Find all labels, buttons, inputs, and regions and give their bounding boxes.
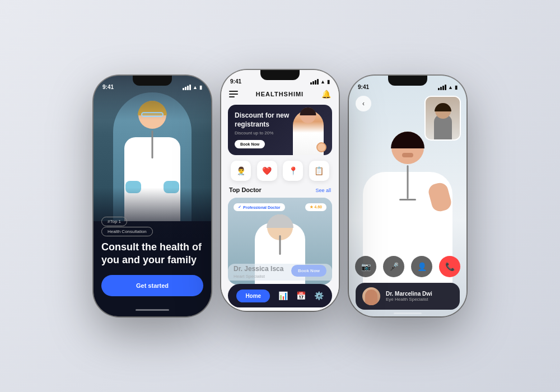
second-card-hint — [228, 264, 332, 281]
back-button[interactable]: ‹ — [356, 96, 371, 111]
professional-badge: ✓ Professional Doctor — [234, 203, 285, 211]
status-time-left: 9:41 — [102, 84, 114, 90]
doctor-info-text: Dr. Marcelina Dwi Eye Health Specialist — [386, 291, 453, 302]
bar4c — [317, 79, 319, 85]
left-title: Consult the health of you and your famil… — [101, 241, 203, 266]
notch-left — [133, 76, 172, 86]
phone-right: 9:41 ▲ ▮ — [349, 76, 466, 316]
bar1 — [183, 88, 184, 90]
status-icons-right: ▲ ▮ — [438, 85, 458, 90]
mute-btn[interactable]: 🎤 — [383, 256, 404, 277]
signal-right — [438, 85, 446, 90]
badge-top1: #Top 1 — [101, 217, 127, 226]
doctor-call-specialty: Eye Health Specialist — [386, 297, 453, 302]
promo-figure — [288, 105, 328, 155]
promo-banner: Discount for new registrants Discount up… — [228, 105, 332, 155]
see-all-link[interactable]: See all — [315, 188, 331, 193]
book-now-promo-btn[interactable]: Book Now — [235, 140, 265, 148]
doctor-call-name: Dr. Marcelina Dwi — [386, 291, 453, 297]
center-header: HEALTHSHIMI 🔔 — [221, 86, 339, 102]
call-controls: 📷 🎤 👤 📞 — [349, 256, 466, 277]
top-doctor-label: Top Doctor — [229, 186, 262, 193]
phones-container: 9:41 ▲ ▮ — [77, 59, 483, 333]
doctor-avatar — [362, 287, 380, 305]
bar1c — [310, 82, 312, 85]
bar3c — [315, 80, 316, 85]
schedule-icon-btn[interactable]: 📋 — [309, 161, 329, 181]
signal-left — [183, 85, 191, 90]
end-call-btn[interactable]: 📞 — [439, 256, 460, 277]
bar3r — [442, 86, 444, 90]
nav-home[interactable]: Home — [236, 290, 270, 302]
camera-off-btn[interactable]: 📷 — [355, 256, 376, 277]
badge-health: Health Consultation — [101, 227, 153, 236]
bar4r — [445, 85, 446, 90]
notch-right — [388, 76, 427, 86]
bar2 — [185, 87, 186, 90]
phone-left: 9:41 ▲ ▮ — [94, 76, 211, 316]
health-icon-btn[interactable]: ❤️ — [257, 161, 277, 181]
wifi-icon-center: ▲ — [320, 79, 325, 85]
status-icons-center: ▲ ▮ — [310, 79, 330, 85]
wifi-icon-right: ▲ — [448, 85, 453, 90]
battery-icon-left: ▮ — [199, 85, 202, 90]
get-started-button[interactable]: Get started — [101, 275, 203, 296]
doctor-icon-btn[interactable]: 👨‍⚕️ — [231, 161, 251, 181]
app-logo: HEALTHSHIMI — [256, 91, 304, 97]
nav-calendar[interactable]: 📅 — [296, 291, 306, 300]
bar2c — [312, 81, 314, 85]
notch-center — [260, 70, 300, 80]
bar4 — [189, 85, 191, 90]
signal-center — [310, 79, 319, 85]
bar2r — [440, 87, 442, 90]
bottom-nav: Home 📊 📅 ⚙️ — [228, 284, 332, 307]
quick-icons: 👨‍⚕️ ❤️ 📍 📋 — [228, 161, 332, 181]
home-indicator-left — [136, 309, 169, 311]
status-icons-left: ▲ ▮ — [183, 85, 202, 90]
location-icon-btn[interactable]: 📍 — [283, 161, 303, 181]
self-video — [424, 96, 461, 141]
add-person-btn[interactable]: 👤 — [411, 256, 432, 277]
rating-badge: ★ 4.60 — [305, 203, 326, 211]
home-indicator-center — [266, 308, 294, 310]
status-time-center: 9:41 — [230, 78, 241, 85]
bell-icon[interactable]: 🔔 — [321, 90, 331, 99]
battery-icon-center: ▮ — [327, 79, 330, 85]
wifi-icon-left: ▲ — [193, 85, 198, 90]
battery-icon-right: ▮ — [455, 85, 458, 90]
hamburger-menu[interactable] — [229, 91, 238, 97]
bar1r — [438, 88, 440, 90]
bar3 — [187, 86, 189, 90]
status-time-right: 9:41 — [358, 84, 369, 90]
doctor-info-bar: Dr. Marcelina Dwi Eye Health Specialist — [356, 283, 460, 310]
home-indicator-right — [394, 312, 422, 314]
nav-stats[interactable]: 📊 — [278, 291, 288, 300]
nav-settings[interactable]: ⚙️ — [314, 291, 324, 300]
phone-center: 9:41 ▲ ▮ HEALTHSHIMI — [221, 70, 339, 311]
